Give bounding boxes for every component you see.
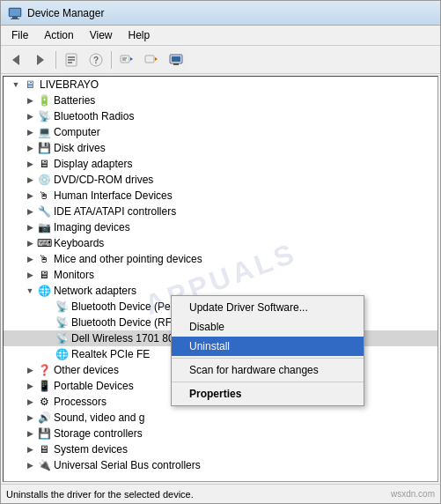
expand-icon[interactable]: ▶: [23, 426, 37, 441]
update-button[interactable]: [140, 48, 163, 71]
item-label: System devices: [54, 443, 128, 456]
root-icon: 🖥: [23, 78, 37, 92]
expand-icon[interactable]: ▶: [23, 442, 37, 456]
tree-panel[interactable]: APPUALS ▼ 🖥 LIVEBRAYO ▶ 🔋 Batteries ▶ 📡: [3, 76, 438, 482]
context-menu-scan-hardware[interactable]: Scan for hardware changes: [172, 360, 364, 380]
item-icon: 🔊: [37, 411, 51, 425]
device-manager-window: Device Manager File Action View Help: [0, 0, 441, 504]
context-menu-disable[interactable]: Disable: [172, 317, 364, 337]
expand-icon[interactable]: ▶: [23, 252, 37, 266]
list-item[interactable]: ▶ 🔋 Batteries: [4, 93, 437, 108]
item-icon: 💿: [37, 173, 51, 187]
item-label: Disk drives: [54, 142, 106, 154]
item-label: Computer: [54, 126, 100, 138]
root-expand-icon[interactable]: ▼: [9, 78, 23, 92]
item-icon: 🔧: [37, 204, 51, 219]
list-item[interactable]: ▶ 💿 DVD/CD-ROM drives: [4, 172, 437, 188]
expand-icon[interactable]: ▶: [23, 220, 37, 234]
menu-file[interactable]: File: [4, 27, 35, 43]
svg-rect-16: [145, 56, 154, 63]
list-item[interactable]: ▶ 📷 Imaging devices: [4, 219, 437, 235]
properties-button[interactable]: [60, 48, 83, 71]
item-label: Imaging devices: [54, 221, 130, 233]
item-label: Storage controllers: [54, 427, 143, 440]
context-menu-separator-2: [172, 382, 364, 382]
list-item[interactable]: ▶ 🖱 Mice and other pointing devices: [4, 251, 437, 267]
list-item[interactable]: ▶ 💾 Storage controllers: [4, 426, 437, 441]
list-item[interactable]: ▶ 📡 Bluetooth Radios: [4, 108, 437, 124]
forward-button[interactable]: [29, 48, 52, 71]
item-icon: 🌐: [37, 284, 51, 298]
item-label: IDE ATA/ATAPI controllers: [54, 205, 176, 218]
item-label: Keyboards: [54, 237, 104, 249]
expand-icon[interactable]: ▼: [23, 284, 37, 298]
menu-view[interactable]: View: [83, 27, 120, 43]
item-icon: ⚙: [37, 395, 51, 409]
context-menu-properties[interactable]: Properties: [172, 384, 364, 404]
item-label: Realtek PCIe FE: [71, 348, 150, 360]
list-item[interactable]: ▶ 🔧 IDE ATA/ATAPI controllers: [4, 204, 437, 219]
expand-icon[interactable]: ▶: [23, 236, 37, 250]
svg-rect-3: [11, 19, 19, 19]
tree-root[interactable]: ▼ 🖥 LIVEBRAYO: [4, 77, 437, 93]
expand-icon[interactable]: ▶: [23, 395, 37, 409]
item-icon: 📡: [55, 331, 69, 345]
list-item[interactable]: ▶ 🖥 System devices: [4, 441, 437, 457]
expand-icon[interactable]: ▶: [23, 109, 37, 123]
expand-icon[interactable]: ▶: [23, 411, 37, 425]
list-item[interactable]: ▶ 🔊 Sound, video and g: [4, 410, 437, 426]
item-icon: 📷: [37, 220, 51, 234]
list-item[interactable]: ▶ 💾 Disk drives: [4, 140, 437, 156]
svg-rect-2: [12, 17, 18, 19]
expand-icon[interactable]: ▶: [23, 268, 37, 282]
item-icon: 🖥: [37, 157, 51, 171]
toolbar: ?: [1, 46, 440, 74]
context-menu-uninstall[interactable]: Uninstall: [172, 337, 364, 356]
root-label: LIVEBRAYO: [40, 78, 99, 91]
menu-help[interactable]: Help: [121, 27, 158, 43]
svg-rect-19: [172, 56, 180, 62]
item-icon: ❓: [37, 363, 51, 377]
list-item[interactable]: ▶ 🖥 Display adapters: [4, 156, 437, 172]
expand-icon[interactable]: ▶: [23, 93, 37, 107]
expand-icon[interactable]: ▶: [23, 173, 37, 187]
toolbar-separator-2: [111, 51, 112, 69]
item-icon: 💻: [37, 125, 51, 139]
expand-icon[interactable]: ▶: [23, 141, 37, 155]
device-manager-icon-btn[interactable]: [165, 48, 187, 71]
item-label: DVD/CD-ROM drives: [54, 174, 153, 186]
list-item[interactable]: ▶ 🖱 Human Interface Devices: [4, 188, 437, 204]
item-label: Human Interface Devices: [54, 189, 173, 202]
back-button[interactable]: [4, 48, 27, 71]
expand-icon[interactable]: ▶: [23, 189, 37, 203]
list-item[interactable]: ▶ ⌨ Keyboards: [4, 235, 437, 251]
item-label: Sound, video and g: [54, 411, 144, 424]
status-credit: wsxdn.com: [391, 489, 435, 499]
expand-icon[interactable]: ▶: [23, 379, 37, 393]
help-button[interactable]: ?: [85, 48, 107, 71]
list-item[interactable]: ▶ 💻 Computer: [4, 124, 437, 140]
item-label: Other devices: [54, 364, 119, 376]
item-icon: 🔌: [37, 458, 51, 472]
expand-icon[interactable]: ▶: [23, 157, 37, 171]
item-label: Monitors: [54, 269, 94, 281]
menu-action[interactable]: Action: [37, 27, 80, 43]
menu-bar: File Action View Help: [1, 26, 440, 46]
item-icon: 📡: [37, 109, 51, 123]
item-icon: 🖥: [37, 268, 51, 282]
scan-button[interactable]: [115, 48, 138, 71]
svg-marker-17: [155, 57, 158, 61]
svg-text:?: ?: [93, 56, 99, 65]
expand-icon[interactable]: ▶: [23, 363, 37, 377]
item-icon: 🖥: [37, 442, 51, 456]
context-menu-update-driver[interactable]: Update Driver Software...: [172, 298, 364, 317]
item-icon: 🖱: [37, 189, 51, 203]
expand-icon[interactable]: ▶: [23, 204, 37, 219]
list-item[interactable]: ▶ 🖥 Monitors: [4, 267, 437, 283]
svg-rect-1: [10, 9, 20, 16]
list-item[interactable]: ▶ 🔌 Universal Serial Bus controllers: [4, 457, 437, 473]
expand-icon[interactable]: ▶: [23, 458, 37, 472]
toolbar-separator-1: [55, 51, 56, 69]
item-label: Bluetooth Radios: [54, 110, 134, 122]
expand-icon[interactable]: ▶: [23, 125, 37, 139]
